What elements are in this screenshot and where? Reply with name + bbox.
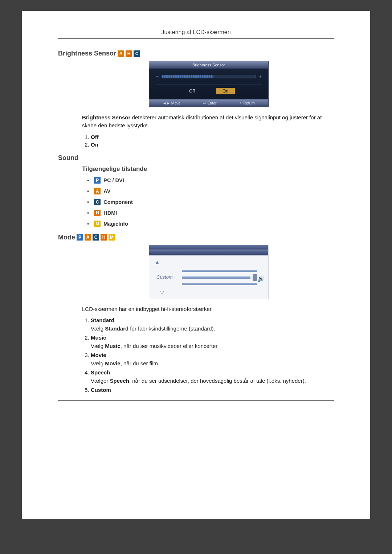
sound-subtitle: Tilgængelige tilstande — [82, 165, 334, 173]
badge-h-icon: H — [126, 50, 132, 57]
item-desc: Vælg Movie, når du ser film. — [91, 360, 334, 366]
mode-label: AV — [103, 188, 110, 194]
section-mode-title: Mode P A C H M — [58, 234, 334, 241]
minus-icon: − — [156, 74, 159, 79]
mode-item-magicinfo: M MagicInfo — [87, 221, 334, 227]
mode-figure-label: Custom — [156, 274, 173, 280]
item-head: Music — [91, 335, 106, 341]
mode-label: PC / DVI — [103, 177, 124, 183]
badge-c-icon: C — [134, 50, 140, 57]
osd-off-option: Off — [183, 88, 201, 94]
header-rule — [58, 38, 334, 39]
section-brightness-sensor-title: Brightness Sensor A H C — [58, 50, 334, 57]
item-head: Speech — [91, 369, 110, 376]
mode-item-av: A AV — [87, 188, 334, 194]
mode-label: HDMI — [103, 210, 117, 216]
item-desc: Vælger Speech, når du ser udsendelser, d… — [91, 378, 334, 384]
badge-p-icon: P — [77, 234, 83, 241]
option-off: Off — [91, 134, 99, 140]
mode-item-component: C Component — [87, 199, 334, 205]
slider-track — [162, 75, 256, 78]
modes-list: P PC / DVI A AV C Component H HDMI M Mag… — [87, 177, 334, 227]
item-desc: Vælg Music, når du ser musikvideoer elle… — [91, 343, 334, 349]
osd-foot-move: ◄► Move — [163, 101, 180, 105]
list-item: On — [91, 141, 334, 148]
document-page: Justering af LCD-skærmen Brightness Sens… — [22, 11, 370, 519]
chevron-down-icon: ▽ — [160, 290, 164, 295]
chevron-up-icon: ▲ — [154, 259, 263, 266]
footer-rule — [58, 400, 334, 401]
option-on: On — [91, 141, 98, 148]
osd-off-on-row: Off On — [156, 88, 262, 94]
list-item-custom: Custom — [91, 387, 334, 393]
brightness-sensor-label: Brightness Sensor — [58, 50, 116, 57]
section-sound-title: Sound — [58, 154, 334, 162]
mode-label: MagicInfo — [103, 221, 128, 227]
badge-c-icon: C — [93, 234, 99, 241]
sound-label: Sound — [58, 154, 78, 162]
osd-slider: − + — [156, 74, 262, 79]
mode-osd-figure: ▲ Custom 🔊 ▽ — [149, 245, 269, 299]
page-title: Justering af LCD-skærmen — [58, 29, 334, 36]
item-head: Custom — [91, 387, 111, 393]
badge-a-icon: A — [118, 50, 124, 57]
mode-figure-sliders — [182, 270, 257, 285]
badge-a-icon: A — [85, 234, 91, 241]
badge-m-icon: M — [109, 234, 115, 241]
mode-items-list: Standard Vælg Standard for fabriksindsti… — [91, 317, 334, 393]
item-head: Movie — [91, 352, 106, 358]
osd-foot-enter: ⏎ Enter — [203, 101, 216, 105]
speaker-icon: 🔊 — [257, 275, 265, 282]
item-desc: Vælg Standard for fabriksindstillingerne… — [91, 325, 334, 332]
mode-label: Component — [103, 199, 133, 205]
brightness-description: Brightness Sensor detekterer automatisk … — [82, 114, 334, 130]
mode-title-label: Mode — [58, 234, 75, 241]
badge-h-icon: H — [94, 210, 101, 216]
mode-intro: LCD-skærmen har en indbygget hi-fi-stere… — [82, 305, 334, 313]
osd-footer: ◄► Move ⏎ Enter ↶ Return — [149, 99, 268, 107]
list-item-movie: Movie Vælg Movie, når du ser film. — [91, 352, 334, 366]
list-item-speech: Speech Vælger Speech, når du ser udsende… — [91, 369, 334, 384]
brightness-description-bold: Brightness Sensor — [82, 114, 130, 120]
list-item-music: Music Vælg Music, når du ser musikvideoe… — [91, 335, 334, 349]
badge-h-icon: H — [101, 234, 107, 241]
item-head: Standard — [91, 317, 114, 323]
badge-a-icon: A — [94, 188, 101, 194]
list-item: Off — [91, 134, 334, 140]
badge-p-icon: P — [94, 177, 101, 184]
osd-foot-return: ↶ Return — [239, 101, 255, 105]
list-item-standard: Standard Vælg Standard for fabriksindsti… — [91, 317, 334, 332]
osd-title: Brightness Sensor — [149, 61, 268, 69]
plus-icon: + — [259, 74, 262, 79]
brightness-osd-figure: Brightness Sensor − + Off On ◄► Move ⏎ E… — [149, 61, 334, 107]
brightness-options-list: Off On — [91, 134, 334, 148]
osd-on-option: On — [216, 88, 235, 94]
mode-item-hdmi: H HDMI — [87, 210, 334, 216]
badge-m-icon: M — [94, 221, 101, 227]
mode-item-pc-dvi: P PC / DVI — [87, 177, 334, 184]
badge-c-icon: C — [94, 199, 101, 205]
